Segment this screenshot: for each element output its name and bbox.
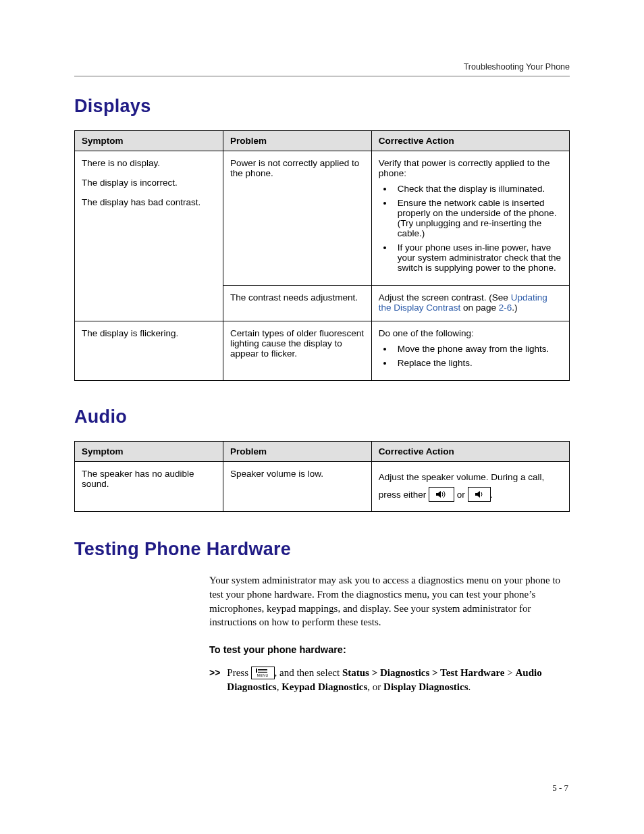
th-problem: Problem [223,442,371,462]
action-text: .) [512,303,517,313]
action-bullets: Check that the display is illuminated. E… [379,184,562,273]
symptom-line: The display is incorrect. [82,178,216,188]
step-post-2: > [505,667,516,678]
header-rule [74,76,570,77]
cell-symptom: The speaker has no audible sound. [75,462,223,512]
cell-problem: Speaker volume is low. [223,462,371,512]
table-row: The display is flickering. Certain types… [75,321,570,381]
step-marker: >> [209,666,220,680]
action-text: Adjust the screen contrast. (See [379,292,511,303]
page-number: 5 - 7 [552,783,568,793]
table-displays: Symptom Problem Corrective Action There … [74,130,570,381]
heading-displays: Displays [74,96,570,117]
step-text: Press MENU , and then select Status > Di… [227,666,570,694]
cell-problem: The contrast needs adjustment. [223,286,371,321]
symptom-line: The display has bad contrast. [82,197,216,207]
body-block: Your system administrator may ask you to… [209,573,570,694]
table-row: There is no display. The display is inco… [75,151,570,286]
action-bullet: If your phone uses in-line power, have y… [394,242,562,273]
cell-problem: Certain types of older fluorescent light… [223,321,371,381]
cell-problem: Power is not correctly applied to the ph… [223,151,371,286]
action-text: on page [460,303,498,313]
action-tail: . [491,490,493,500]
step-bold-keypad: Keypad Diagnostics [281,681,367,692]
th-action: Corrective Action [371,442,569,462]
svg-marker-1 [475,491,480,498]
cell-action: Adjust the screen contrast. (See Updatin… [371,286,569,321]
step-post-1: , and then select [275,667,342,678]
action-bullet: Ensure the network cable is inserted pro… [394,198,562,238]
table-row: The speaker has no audible sound. Speake… [75,462,570,512]
action-bullet: Move the phone away from the lights. [394,344,562,354]
th-symptom: Symptom [75,442,223,462]
th-symptom: Symptom [75,131,223,151]
action-bullets: Move the phone away from the lights. Rep… [379,344,562,368]
cell-action: Do one of the following: Move the phone … [371,321,569,381]
volume-up-icon [429,487,454,502]
heading-audio: Audio [74,407,570,427]
step-bold-path: Status > Diagnostics > Test Hardware [342,667,505,678]
th-problem: Problem [223,131,371,151]
cell-action: Verify that power is correctly applied t… [371,151,569,286]
step-tail: . [468,681,471,692]
action-bullet: Replace the lights. [394,358,562,368]
step-line: >> Press MENU , and then select Status >… [209,666,570,694]
cell-symptom: There is no display. The display is inco… [75,151,223,321]
document-page: Troubleshooting Your Phone Displays Symp… [0,0,644,834]
step-bold-display: Display Diagnostics [383,681,468,692]
link-page-ref[interactable]: 2-6 [499,303,512,313]
action-bullet: Check that the display is illuminated. [394,184,562,194]
body-paragraph: Your system administrator may ask you to… [209,573,570,629]
action-lead: Verify that power is correctly applied t… [379,158,562,178]
heading-testing: Testing Phone Hardware [74,539,570,560]
menu-icon: MENU [251,667,275,680]
step-sep-2: , or [367,681,383,692]
table-audio: Symptom Problem Corrective Action The sp… [74,441,570,512]
or-text: or [457,490,468,500]
step-pre: Press [227,667,250,678]
sub-heading: To test your phone hardware: [209,643,570,656]
cell-symptom: The display is flickering. [75,321,223,381]
action-lead: Do one of the following: [379,328,562,338]
running-header: Troubleshooting Your Phone [74,62,570,72]
volume-down-icon [468,487,491,502]
cell-action: Adjust the speaker volume. During a call… [371,462,569,512]
svg-marker-0 [436,491,441,498]
symptom-line: There is no display. [82,158,216,168]
th-action: Corrective Action [371,131,569,151]
